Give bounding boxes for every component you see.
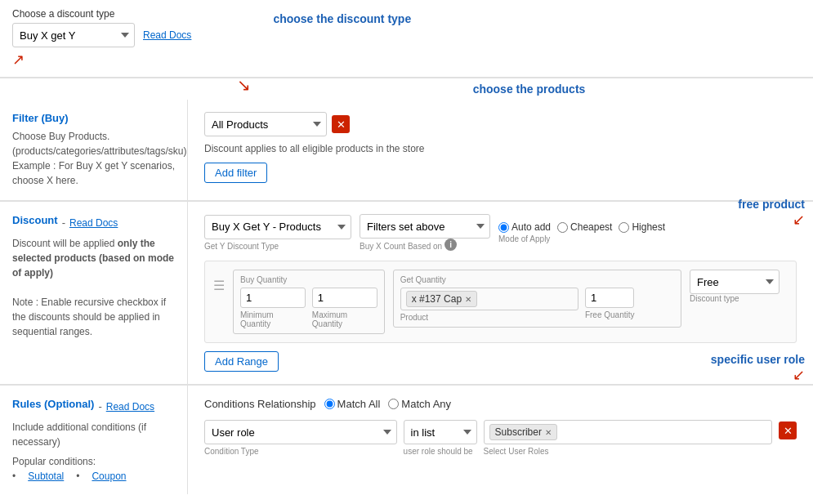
info-icon[interactable]: i xyxy=(444,239,457,251)
min-qty-input[interactable] xyxy=(240,288,306,308)
annotation-user-role: specific user role xyxy=(711,353,805,366)
match-any-radio[interactable]: Match Any xyxy=(388,398,451,410)
subscriber-tag-text: Subscriber xyxy=(495,426,542,438)
add-filter-button[interactable]: Add filter xyxy=(204,163,267,183)
drag-handle[interactable]: ☰ xyxy=(213,270,225,293)
discount-section-title: Discount xyxy=(12,214,58,226)
get-y-type-label: Get Y Discount Type xyxy=(204,242,351,251)
discount-desc: Discount will be applied only the select… xyxy=(12,236,175,339)
read-docs-link-rules[interactable]: Read Docs xyxy=(106,401,154,413)
buy-x-count-select[interactable]: Filters set above xyxy=(360,214,490,239)
user-role-input[interactable] xyxy=(561,426,766,439)
condition-op-select[interactable]: in list xyxy=(404,420,477,444)
add-range-button[interactable]: Add Range xyxy=(204,351,279,372)
mode-of-apply-group: Auto add Cheapest Highest xyxy=(498,221,665,233)
user-role-should-be-label: user role should be xyxy=(404,447,477,456)
product-tag-text: x #137 Cap xyxy=(412,293,462,305)
read-docs-link-discount[interactable]: Read Docs xyxy=(69,217,118,229)
coupon-link[interactable]: Coupon xyxy=(92,471,126,482)
discount-type-label: Choose a discount type xyxy=(12,8,191,20)
remove-condition-button[interactable]: ✕ xyxy=(779,421,797,439)
rules-desc: Include additional conditions (if necess… xyxy=(12,420,175,449)
free-qty-label: Free Quantity xyxy=(585,310,674,319)
max-qty-label: Maximum Quantity xyxy=(312,310,377,328)
match-all-radio[interactable]: Match All xyxy=(324,398,381,410)
user-role-input-wrap[interactable]: Subscriber ✕ xyxy=(484,420,772,444)
auto-add-radio[interactable]: Auto add xyxy=(498,221,551,233)
discount-type-range-label: Discount type xyxy=(690,294,788,303)
annotation-products: choose the products xyxy=(473,83,586,96)
annotation-discount-type: choose the discount type xyxy=(273,12,411,25)
popular-label: Popular conditions: xyxy=(12,456,175,467)
min-qty-label: Minimum Quantity xyxy=(240,310,306,328)
mode-of-apply-label: Mode of Apply xyxy=(498,234,665,243)
highest-radio[interactable]: Highest xyxy=(619,221,665,233)
buy-qty-label: Buy Quantity xyxy=(240,275,377,284)
clear-filter-button[interactable]: ✕ xyxy=(332,115,350,133)
free-qty-input[interactable] xyxy=(585,288,634,308)
buy-x-count-label: Buy X Count Based on xyxy=(360,242,442,251)
all-products-select[interactable]: All Products xyxy=(204,112,327,136)
annotation-free-product: free product xyxy=(738,198,805,211)
discount-type-range-select[interactable]: Free xyxy=(690,270,779,294)
max-qty-input[interactable] xyxy=(312,288,377,308)
read-docs-link-top[interactable]: Read Docs xyxy=(143,29,191,41)
condition-type-label: Condition Type xyxy=(204,447,397,456)
conditions-rel-label: Conditions Relationship xyxy=(204,398,316,410)
product-label: Product xyxy=(400,313,578,322)
filter-section-desc: Choose Buy Products.(products/categories… xyxy=(12,129,175,188)
filter-section-title: Filter (Buy) xyxy=(12,112,175,124)
product-tag: x #137 Cap ✕ xyxy=(406,291,477,307)
cheapest-radio[interactable]: Cheapest xyxy=(557,221,612,233)
subscriber-tag-remove[interactable]: ✕ xyxy=(545,428,552,437)
product-tag-remove[interactable]: ✕ xyxy=(465,295,471,304)
subscriber-tag: Subscriber ✕ xyxy=(489,424,557,440)
discount-type-select[interactable]: Buy X get Y xyxy=(12,23,135,47)
condition-type-select[interactable]: User role xyxy=(204,420,397,444)
get-y-type-select[interactable]: Buy X Get Y - Products xyxy=(204,215,351,239)
select-roles-label: Select User Roles xyxy=(484,447,772,456)
get-qty-label: Get Quantity xyxy=(400,275,674,284)
subtotal-link[interactable]: Subtotal xyxy=(28,471,64,482)
filter-desc: Discount applies to all eligible product… xyxy=(204,143,797,154)
rules-section-title: Rules (Optional) xyxy=(12,398,94,410)
